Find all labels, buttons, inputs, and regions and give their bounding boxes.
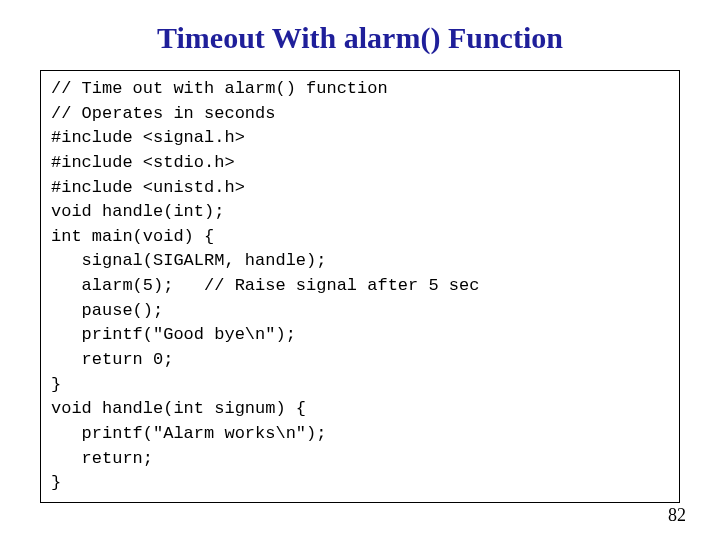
page-number: 82 — [668, 505, 686, 526]
code-block: // Time out with alarm() function // Ope… — [40, 70, 680, 503]
slide-title: Timeout With alarm() Function — [40, 20, 680, 56]
slide: Timeout With alarm() Function // Time ou… — [0, 0, 720, 540]
